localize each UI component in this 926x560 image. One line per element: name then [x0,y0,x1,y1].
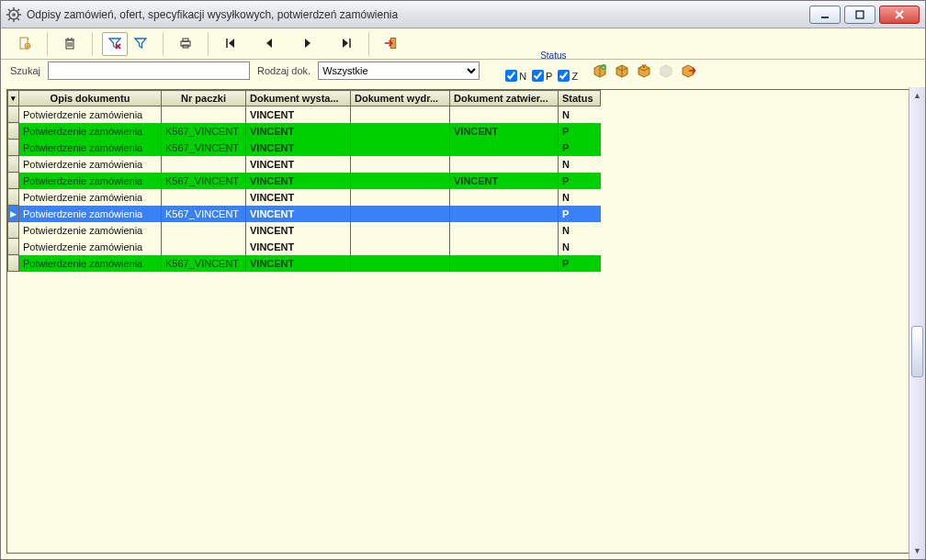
delete-button[interactable] [57,32,83,56]
cell-zatw [450,106,559,123]
scroll-thumb[interactable] [911,326,923,377]
prev-record-button[interactable] [256,32,282,56]
cell-status: P [559,173,601,189]
cell-wydr [351,156,450,173]
cell-wydr [351,255,450,272]
table-row[interactable]: ▶Potwierdzenie zamówieniaK567_VINCENTVIN… [8,206,601,222]
new-document-button[interactable]: ★ [12,32,38,56]
col-wyst-header[interactable]: Dokument wysta... [246,91,351,106]
cell-status: N [559,222,601,239]
svg-rect-11 [856,11,864,18]
cell-opis: Potwierdzenie zamówienia [19,173,162,189]
cell-opis: Potwierdzenie zamówienia [19,106,162,123]
svg-line-9 [8,18,10,20]
row-indicator [8,173,19,189]
cell-wydr [351,140,450,156]
minimize-button[interactable] [809,6,841,24]
new-document-icon: ★ [17,36,32,52]
svg-line-8 [17,9,19,11]
first-icon [223,36,238,52]
cell-paczki [162,156,246,173]
cell-paczki [162,106,246,123]
package-icon[interactable] [615,63,629,78]
cell-zatw [450,222,559,239]
cell-status: N [559,156,601,173]
window-title: Odpisy zamówień, ofert, specyfikacji wys… [27,8,398,21]
table-row[interactable]: Potwierdzenie zamówieniaK567_VINCENTVINC… [8,123,601,140]
funnel-x-icon [107,36,122,52]
row-indicator [8,156,19,173]
cell-wydr [351,222,450,239]
row-indicator [8,222,19,239]
table-row[interactable]: Potwierdzenie zamówieniaVINCENTN [8,189,601,206]
status-group-label: Status [540,50,613,61]
print-button[interactable] [173,32,198,56]
maximize-button[interactable] [844,6,875,24]
app-window: Odpisy zamówień, ofert, specyfikacji wys… [0,0,926,560]
doc-type-label: Rodzaj dok. [257,65,311,76]
cell-paczki [162,189,246,206]
package-open-icon[interactable] [637,63,651,78]
window-buttons [809,6,920,24]
row-indicator [8,106,19,123]
filter-button[interactable] [128,32,153,56]
cell-status: P [559,206,601,222]
row-indicator [8,140,19,156]
table-row[interactable]: Potwierdzenie zamówieniaVINCENTN [8,239,601,255]
search-input[interactable] [48,62,250,80]
cell-paczki: K567_VINCENT [162,255,246,272]
toolbar: ★ [1,28,925,60]
table-row[interactable]: Potwierdzenie zamówieniaK567_VINCENTVINC… [8,173,601,189]
scroll-down-arrow[interactable]: ▼ [909,543,925,559]
row-indicator [8,189,19,206]
row-indicator [8,239,19,255]
package-out-icon[interactable] [681,63,695,78]
cell-zatw [450,255,559,272]
row-indicator: ▶ [8,206,19,222]
cell-status: N [559,106,601,123]
exit-button[interactable] [378,32,404,56]
doc-type-select[interactable]: Wszystkie [318,62,480,80]
cell-wyst: VINCENT [246,222,351,239]
cell-wyst: VINCENT [246,189,351,206]
cell-opis: Potwierdzenie zamówienia [19,222,162,239]
vertical-scrollbar[interactable]: ▲ ▼ [909,87,925,559]
col-wydr-header[interactable]: Dokument wydr... [351,91,450,106]
package-add-icon[interactable]: + [593,63,607,78]
status-z-checkbox[interactable]: Z [558,70,578,82]
package-disabled-icon [659,63,673,78]
cell-wydr [351,106,450,123]
cell-zatw: VINCENT [450,173,559,189]
trash-icon [62,36,77,52]
col-paczki-header[interactable]: Nr paczki [162,91,246,106]
filter-off-button[interactable] [102,32,128,56]
table-row[interactable]: Potwierdzenie zamówieniaVINCENTN [8,222,601,239]
cell-zatw [450,156,559,173]
cell-paczki: K567_VINCENT [162,206,246,222]
exit-door-icon [384,36,399,52]
col-status-header[interactable]: Status [559,91,601,106]
last-icon [339,36,354,52]
cell-zatw: VINCENT [450,123,559,140]
col-zatw-header[interactable]: Dokument zatwier... [450,91,559,106]
last-record-button[interactable] [333,32,359,56]
scroll-up-arrow[interactable]: ▲ [909,87,925,104]
col-opis-header[interactable]: Opis dokumentu [19,91,162,106]
table-row[interactable]: Potwierdzenie zamówieniaK567_VINCENTVINC… [8,140,601,156]
table-row[interactable]: Potwierdzenie zamówieniaVINCENTN [8,106,601,123]
data-grid[interactable]: ▾ Opis dokumentu Nr paczki Dokument wyst… [6,89,920,554]
table-row[interactable]: Potwierdzenie zamówieniaVINCENTN [8,156,601,173]
row-indicator-header[interactable]: ▾ [8,91,19,106]
cell-status: P [559,123,601,140]
status-p-checkbox[interactable]: P [532,70,552,82]
first-record-button[interactable] [218,32,243,56]
next-record-button[interactable] [295,32,321,56]
cell-wyst: VINCENT [246,239,351,255]
table-row[interactable]: Potwierdzenie zamówieniaK567_VINCENTVINC… [8,255,601,272]
close-button[interactable] [879,6,920,24]
cell-opis: Potwierdzenie zamówienia [19,255,162,272]
next-icon [300,36,315,52]
cell-wydr [351,206,450,222]
status-n-checkbox[interactable]: N [505,70,526,82]
grid-header-row: ▾ Opis dokumentu Nr paczki Dokument wyst… [8,91,601,106]
